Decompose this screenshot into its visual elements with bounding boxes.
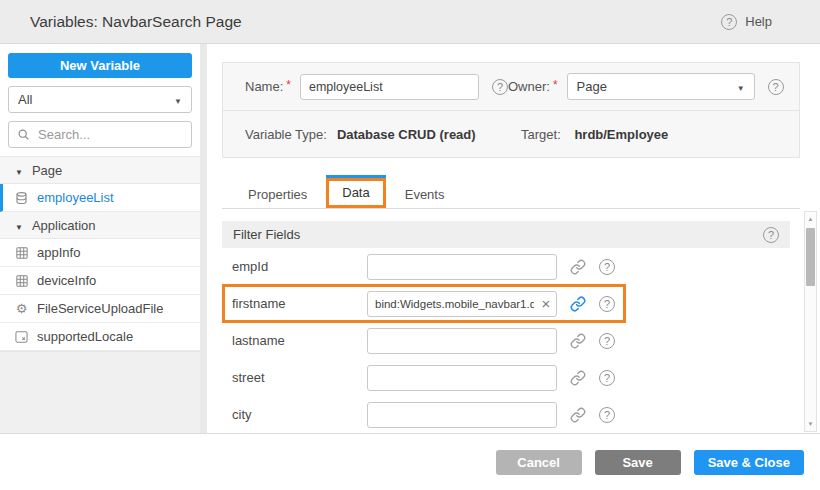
field-label: lastname [232,333,367,348]
filter-fields-help-icon[interactable] [763,227,779,243]
caret-down-icon [15,163,23,178]
bind-link-icon[interactable] [570,259,586,275]
empid-input[interactable] [367,254,557,280]
sidebar-divider [200,44,207,433]
firstname-input-group [367,291,557,317]
name-owner-row: Name: * Owner: * Page [223,63,799,110]
owner-value: Page [577,79,607,94]
target-label: Target: [521,127,561,142]
bind-link-icon[interactable] [570,407,586,423]
tree-group-application[interactable]: Application [0,212,200,239]
type-target-row: Variable Type: Database CRUD (read) Targ… [223,110,799,157]
clear-binding-icon[interactable] [536,296,556,311]
page-title: Variables: NavbarSearch Page [30,13,721,31]
tree-item-label: supportedLocale [37,329,133,344]
owner-group: Owner: * Page [508,73,784,100]
scrollbar-thumb[interactable] [806,228,815,286]
field-label: city [232,407,367,422]
field-row-firstname: firstname [222,284,626,323]
chevron-down-icon [737,79,745,94]
street-input[interactable] [367,365,557,391]
tab-properties[interactable]: Properties [232,182,323,208]
filter-fields-header: Filter Fields [222,221,790,248]
bind-link-icon[interactable] [570,370,586,386]
variable-type-label: Variable Type: [245,127,327,142]
tree-item-fileserviceuploadfile[interactable]: FileServiceUploadFile [0,295,200,323]
field-help-icon[interactable] [599,407,615,423]
variable-type-group: Variable Type: Database CRUD (read) [245,127,521,142]
tree-item-label: deviceInfo [37,273,96,288]
search-box [8,121,192,148]
tree-item-label: employeeList [37,190,114,205]
grid-icon [14,247,29,259]
name-input[interactable] [300,74,479,100]
data-tab-annotation: Data [326,178,385,208]
dialog-footer: Cancel Save Save & Close [0,433,820,490]
filter-fields-section: Filter Fields empId firstname [222,221,790,433]
new-variable-button[interactable]: New Variable [8,53,192,78]
bind-link-icon[interactable] [570,296,586,312]
tree-group-label: Application [32,218,96,233]
field-row-street: street [222,359,790,396]
help-label: Help [745,14,772,29]
lastname-input[interactable] [367,328,557,354]
tabs: Properties Data Events [222,179,800,209]
required-marker: * [553,78,558,92]
help-button[interactable]: Help [721,14,772,30]
variable-info-panel: Name: * Owner: * Page [222,62,800,158]
name-label: Name: [245,79,283,94]
section-title: Filter Fields [233,227,300,242]
vertical-scrollbar[interactable] [804,211,817,432]
active-tab-indicator [326,175,385,178]
search-icon [17,128,30,141]
tree-group-page[interactable]: Page [0,157,200,184]
cancel-button[interactable]: Cancel [496,450,582,475]
scroll-up-icon[interactable] [808,216,814,222]
field-row-empid: empId [222,248,790,285]
field-label: empId [232,259,367,274]
tree-item-employeelist[interactable]: employeeList [0,184,200,212]
main-panel: Name: * Owner: * Page [207,44,820,433]
caret-down-icon [15,218,23,233]
chevron-down-icon [174,92,182,107]
tree-item-label: appInfo [37,245,80,260]
variable-filter-value: All [18,92,32,107]
search-input[interactable] [36,126,183,143]
field-help-icon[interactable] [599,259,615,275]
field-help-icon[interactable] [599,333,615,349]
target-value: hrdb/Employee [574,127,668,142]
tree-item-deviceinfo[interactable]: deviceInfo [0,267,200,295]
tab-data[interactable]: Data [329,181,382,205]
tree-item-label: FileServiceUploadFile [37,301,163,316]
gear-icon [14,302,29,315]
field-help-icon[interactable] [599,370,615,386]
dialog-header: Variables: NavbarSearch Page Help [0,0,820,44]
dialog-body: New Variable All Page employeeLis [0,44,820,433]
required-marker: * [286,78,291,92]
save-button[interactable]: Save [595,450,681,475]
sidebar-filler [0,351,200,433]
save-close-button[interactable]: Save & Close [694,450,804,475]
field-label: firstname [232,296,367,311]
tree-item-supportedlocale[interactable]: supportedLocale [0,323,200,351]
name-help-icon[interactable] [492,79,508,95]
tree-item-appinfo[interactable]: appInfo [0,239,200,267]
field-row-lastname: lastname [222,322,790,359]
variable-type-value: Database CRUD (read) [337,127,476,142]
field-help-icon[interactable] [599,296,615,312]
variables-dialog: Variables: NavbarSearch Page Help New Va… [0,0,820,490]
database-icon [14,191,29,205]
owner-select[interactable]: Page [567,73,755,100]
owner-help-icon[interactable] [768,79,784,95]
bind-link-icon[interactable] [570,333,586,349]
scroll-down-icon[interactable] [808,421,814,427]
target-group: Target: hrdb/Employee [521,127,668,142]
tab-events[interactable]: Events [389,182,461,208]
firstname-input[interactable] [368,298,536,310]
locale-icon [14,331,29,343]
city-input[interactable] [367,402,557,428]
tree-group-label: Page [32,163,62,178]
variable-filter-select[interactable]: All [8,86,192,113]
field-row-city: city [222,396,790,433]
sidebar: New Variable All Page employeeLis [0,44,200,433]
